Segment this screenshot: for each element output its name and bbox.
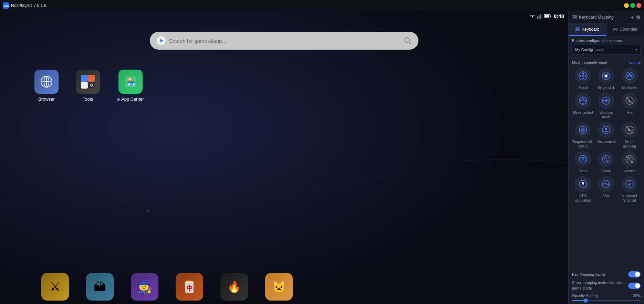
button-grid: D-pad Single click	[572, 68, 641, 203]
minimize-button[interactable]	[624, 3, 629, 8]
svg-point-93	[626, 180, 633, 188]
svg-point-90	[582, 182, 584, 184]
btn-multistrike[interactable]: Multistrike	[619, 68, 641, 90]
btn-g-sensor[interactable]: G-sensor	[619, 151, 641, 173]
svg-rect-29	[574, 16, 574, 17]
config-scheme-section: Buttons configuration scheme My Config(L…	[569, 36, 644, 58]
search-placeholder: Search for games&app...	[169, 38, 401, 44]
tab-keyboard[interactable]: Keyboard	[569, 23, 606, 36]
svg-rect-80	[581, 158, 585, 161]
game-icon-1[interactable]: ⚔	[41, 273, 69, 301]
svg-point-55	[629, 73, 631, 75]
controller-tab-label: Controller	[620, 27, 637, 32]
svg-rect-20	[88, 75, 95, 82]
window-controls	[624, 3, 641, 8]
emulator-area: 8:48 Search for games&app...	[0, 11, 568, 304]
browser-label: Browser	[38, 97, 55, 102]
btn-multistrike-label: Multistrike	[622, 85, 637, 90]
search-bar[interactable]: Search for games&app...	[150, 32, 418, 50]
btn-script[interactable]: Script	[572, 151, 594, 173]
show-mapping-toggle[interactable]	[628, 283, 641, 289]
svg-rect-6	[538, 16, 539, 19]
svg-rect-36	[578, 28, 579, 29]
svg-point-42	[616, 29, 617, 30]
btn-script-label: Script	[579, 169, 588, 173]
svg-point-65	[605, 100, 607, 102]
key-mapping-label: Key Mapping Switch	[572, 272, 628, 277]
app-title: NoxPlayer1 7.0.1.6	[11, 3, 46, 8]
game-icon-4[interactable]: 🀄	[176, 273, 203, 301]
svg-rect-34	[576, 28, 577, 29]
btn-move-control[interactable]: Move control	[572, 93, 594, 119]
btn-keyboard-shortcut[interactable]: Keyboard Shortcut	[619, 176, 641, 203]
freq-label: Most frequently used	[572, 60, 607, 64]
svg-rect-33	[575, 28, 580, 31]
game-icon-3[interactable]: 🧙	[131, 273, 158, 301]
svg-point-51	[605, 75, 607, 77]
add-config-button[interactable]: +	[631, 14, 634, 20]
app-icon-tools[interactable]: ⚙ Tools	[76, 70, 100, 102]
bottom-games: ⚔ 🏔 🧙 🀄 🔥 🐱	[0, 273, 334, 301]
svg-rect-37	[579, 28, 579, 29]
config-scheme-select[interactable]: My Config(Local)	[572, 45, 641, 54]
game-icon-6[interactable]: 🐱	[265, 273, 293, 301]
svg-point-53	[627, 75, 629, 77]
keyboard-tab-label: Keyboard	[582, 27, 599, 32]
opacity-label: Opacity Setting	[572, 294, 598, 298]
panel-header: Keyboard Mapping + 🗑	[569, 11, 644, 23]
btn-view-control[interactable]: View control	[595, 122, 617, 149]
btn-single-click[interactable]: Single click	[595, 68, 617, 90]
app-icon-browser[interactable]: Browser	[34, 70, 59, 102]
svg-rect-28	[573, 16, 573, 17]
panel-actions: + 🗑	[631, 14, 641, 20]
svg-text:⚙: ⚙	[90, 83, 93, 88]
btn-dpad[interactable]: D-pad	[572, 68, 594, 90]
btn-single-click-label: Single click	[598, 85, 615, 90]
keyboard-tab-icon	[575, 27, 580, 31]
svg-rect-32	[573, 17, 576, 18]
game-icon-5[interactable]: 🔥	[220, 273, 248, 301]
frequently-used-section: Most frequently used Tutorial	[569, 58, 644, 268]
svg-point-4	[288, 196, 289, 198]
btn-gps-sim[interactable]: GPS simulation	[572, 176, 594, 203]
svg-rect-38	[576, 29, 579, 30]
panel-title-text: Keyboard Mapping	[579, 15, 614, 20]
svg-rect-2	[0, 11, 568, 304]
close-button[interactable]	[636, 3, 641, 8]
tools-label: Tools	[83, 97, 93, 102]
svg-point-41	[616, 29, 616, 30]
controller-tab-icon	[613, 27, 617, 31]
delete-config-button[interactable]: 🗑	[636, 14, 641, 20]
maximize-button[interactable]	[630, 3, 635, 8]
search-icon	[404, 37, 412, 44]
tab-controller[interactable]: Controller	[606, 23, 644, 36]
btn-zoom[interactable]: Zoom	[595, 151, 617, 173]
svg-point-76	[605, 128, 607, 130]
svg-point-61	[585, 100, 586, 101]
tutorial-link[interactable]: Tutorial	[628, 60, 641, 64]
kb-bottom-settings: Key Mapping Switch Show mapping instruct…	[569, 268, 644, 304]
game-icon-2[interactable]: 🏔	[86, 273, 114, 301]
btn-gps-sim-label: GPS simulation	[572, 194, 594, 203]
svg-rect-22	[81, 82, 88, 89]
app-icon-appcenter[interactable]: 🏪 App Center	[117, 70, 144, 102]
opacity-row: Opacity Setting 20%	[572, 294, 641, 298]
btn-targeted-skill-label: Targeted skill-casting	[572, 140, 594, 149]
btn-shooting-mode[interactable]: Shooting mode	[595, 93, 617, 119]
btn-script-invoking[interactable]: Script-invoking	[619, 122, 641, 149]
show-mapping-row: Show mapping instruction when game start…	[572, 280, 641, 291]
svg-point-3	[147, 210, 149, 212]
btn-fire[interactable]: Fire	[619, 93, 641, 119]
btn-targeted-skill[interactable]: Targeted skill-casting	[572, 122, 594, 149]
key-mapping-toggle[interactable]	[628, 271, 641, 277]
btn-slide[interactable]: Slide	[595, 176, 617, 203]
svg-text:🏪: 🏪	[127, 77, 136, 87]
svg-line-78	[626, 126, 633, 133]
btn-g-sensor-label: G-sensor	[623, 169, 637, 173]
config-scheme-label: Buttons configuration scheme	[572, 39, 641, 43]
svg-point-79	[579, 155, 587, 163]
btn-slide-label: Slide	[602, 194, 610, 198]
svg-rect-27	[572, 16, 577, 19]
svg-point-58	[582, 97, 584, 99]
opacity-slider[interactable]	[572, 300, 641, 301]
